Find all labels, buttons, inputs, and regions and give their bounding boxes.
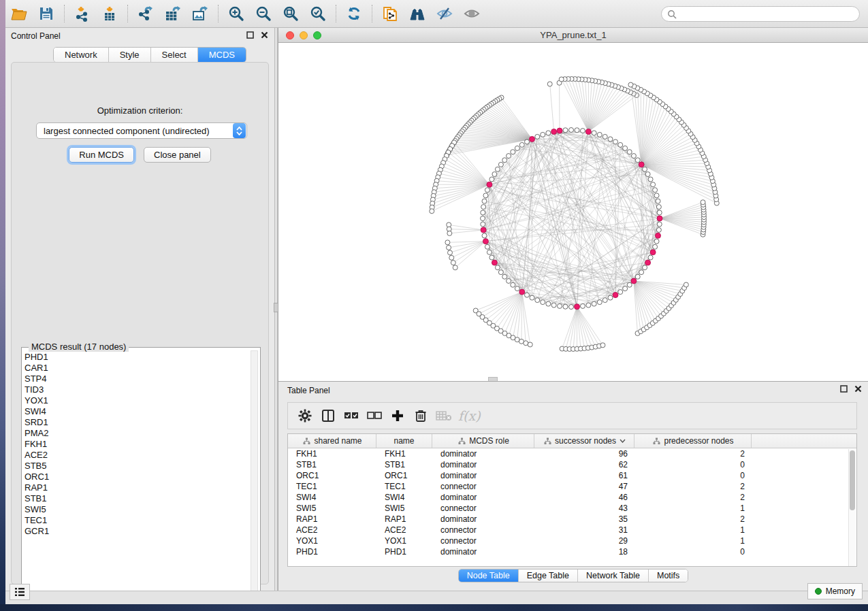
ring-node[interactable] [495,265,500,270]
ring-node[interactable] [502,274,507,279]
ring-node[interactable] [541,300,545,305]
ring-node[interactable] [519,142,524,147]
mcds-hub-node[interactable] [639,162,644,167]
delete-column-icon[interactable] [411,406,431,426]
ring-node[interactable] [623,286,628,291]
import-network-icon[interactable] [69,3,96,24]
float-table-panel-icon[interactable] [839,384,848,393]
ring-node[interactable] [502,158,507,163]
mcds-list-scrollbar[interactable] [251,350,258,594]
ring-node[interactable] [627,150,632,154]
mcds-result-item[interactable]: STB5 [25,461,249,472]
ring-node[interactable] [498,270,503,275]
ring-node[interactable] [515,286,519,291]
mcds-hub-node[interactable] [585,129,591,134]
ring-node[interactable] [635,274,640,279]
table-row[interactable]: ACE2ACE2connector311 [288,525,856,535]
ring-node[interactable] [643,265,647,270]
ring-node[interactable] [639,270,644,275]
mcds-hub-node[interactable] [481,227,486,233]
ring-node[interactable] [575,128,579,133]
ring-node[interactable] [586,303,591,308]
tab-network[interactable]: Network [54,48,109,62]
mcds-result-item[interactable]: SWI5 [25,504,249,515]
open-file-icon[interactable] [5,3,33,24]
ring-node[interactable] [656,199,660,203]
zoom-fit-icon[interactable] [277,3,304,24]
mcds-result-item[interactable]: SRD1 [25,417,249,428]
ring-node[interactable] [483,193,488,198]
ring-node[interactable] [481,210,485,215]
column-header-name[interactable]: name [376,434,432,448]
export-table-icon[interactable] [159,3,187,24]
criterion-dropdown[interactable]: largest connected component (undirected) [36,122,247,139]
tab-motifs[interactable]: Motifs [649,569,688,582]
mcds-result-item[interactable]: TEC1 [25,515,249,526]
ring-node[interactable] [489,177,494,182]
ring-node[interactable] [569,128,574,133]
select-all-icon[interactable] [341,406,361,426]
ring-node[interactable] [546,131,551,135]
ring-node[interactable] [627,282,632,287]
ring-node[interactable] [580,303,585,308]
show-columns-icon[interactable] [318,406,338,426]
search-box[interactable] [661,6,860,22]
mcds-result-item[interactable]: ACE2 [25,450,249,461]
table-scrollbar-thumb[interactable] [850,450,855,510]
leaf-node[interactable] [447,245,451,250]
ring-node[interactable] [653,244,658,249]
mcds-result-item[interactable]: TID3 [25,384,249,395]
hide-details-icon[interactable] [431,3,458,24]
float-panel-icon[interactable] [246,31,255,39]
mcds-result-list[interactable]: PHD1CAR1STP4TID3YOX1SWI4SRD1PMA2FKH1ACE2… [25,352,249,591]
mcds-hub-node[interactable] [631,278,637,284]
task-history-button[interactable] [10,584,30,600]
leaf-node[interactable] [447,231,452,235]
ring-node[interactable] [654,193,659,198]
column-header-shared-name[interactable]: shared name [288,434,376,448]
table-settings-gear-icon[interactable] [295,406,315,426]
ring-node[interactable] [495,167,500,171]
tab-select[interactable]: Select [151,48,198,62]
mcds-result-item[interactable]: PHD1 [25,352,249,363]
mcds-result-item[interactable]: ORC1 [25,472,249,482]
ring-node[interactable] [492,172,497,177]
ring-node[interactable] [651,182,656,187]
mcds-hub-node[interactable] [645,260,651,265]
tab-node-table[interactable]: Node Table [459,569,519,582]
leaf-node[interactable] [528,342,532,347]
column-header-MCDS-role[interactable]: MCDS role [432,434,534,448]
ring-node[interactable] [643,167,647,171]
leaf-node[interactable] [559,77,564,82]
close-panel-button[interactable]: Close panel [144,147,211,163]
ring-node[interactable] [535,298,540,303]
ring-node[interactable] [563,304,568,309]
ring-node[interactable] [631,154,636,159]
ring-node[interactable] [569,305,574,310]
mcds-hub-node[interactable] [656,233,661,238]
table-row[interactable]: RAP1RAP1dominator352 [288,514,856,525]
mcds-hub-node[interactable] [519,289,525,295]
add-column-icon[interactable] [387,406,408,426]
ring-node[interactable] [623,146,628,150]
leaf-node[interactable] [449,255,454,260]
mcds-result-item[interactable]: STB1 [25,493,249,504]
save-session-icon[interactable] [33,3,60,24]
ring-node[interactable] [592,301,596,306]
show-details-icon[interactable] [458,3,485,24]
zoom-out-icon[interactable] [250,3,277,24]
ring-node[interactable] [597,300,602,305]
mcds-hub-node[interactable] [657,216,662,221]
ring-node[interactable] [657,210,662,215]
table-row[interactable]: TEC1TEC1connector472 [288,481,856,492]
table-row[interactable]: YOX1YOX1connector291 [288,535,856,546]
mcds-hub-node[interactable] [551,129,557,134]
ring-node[interactable] [597,132,602,137]
mcds-result-item[interactable]: PMA2 [25,428,249,439]
mcds-result-item[interactable]: SWI4 [25,406,249,417]
leaf-node[interactable] [451,261,455,265]
ring-node[interactable] [657,222,662,227]
ring-node[interactable] [653,188,658,193]
mcds-result-item[interactable]: STP4 [25,374,249,384]
ring-node[interactable] [507,278,511,283]
